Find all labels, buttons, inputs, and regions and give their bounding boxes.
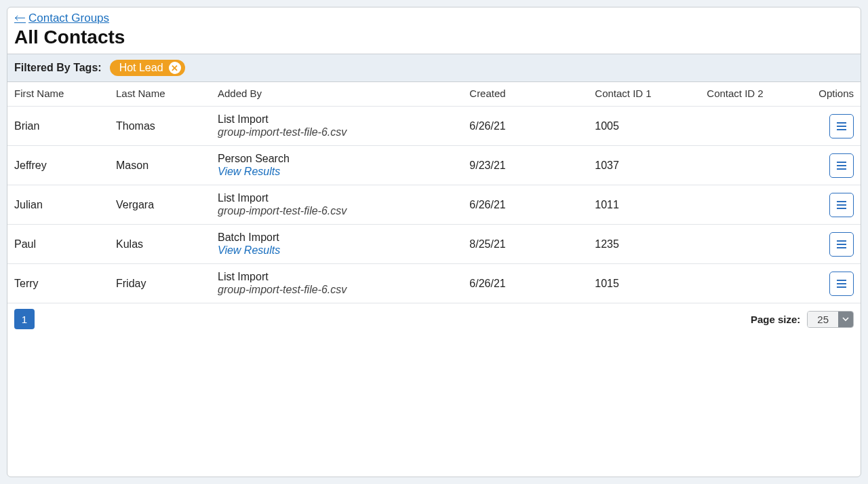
- menu-icon: [835, 278, 848, 290]
- options-cell: [812, 146, 861, 185]
- added-by-main: List Import: [218, 192, 456, 204]
- menu-icon: [835, 160, 848, 172]
- options-cell: [812, 264, 861, 303]
- col-added-by[interactable]: Added By: [211, 82, 462, 107]
- created: 6/26/21: [462, 264, 588, 303]
- first-name: Brian: [7, 107, 109, 146]
- added-by-cell: Person SearchView Results: [211, 146, 462, 185]
- table-row: JulianVergaraList Importgroup-import-tes…: [7, 185, 861, 225]
- filter-bar: Filtered By Tags: Hot Lead ✕: [7, 54, 861, 82]
- col-last-name[interactable]: Last Name: [109, 82, 211, 107]
- close-icon: ✕: [171, 64, 178, 73]
- col-contact-id2[interactable]: Contact ID 2: [700, 82, 812, 107]
- filter-tag-hot-lead: Hot Lead ✕: [110, 60, 185, 76]
- options-cell: [812, 225, 861, 264]
- arrow-left-icon: 🡐: [14, 12, 26, 25]
- row-options-button[interactable]: [829, 232, 854, 257]
- created: 8/25/21: [462, 225, 588, 264]
- added-by-main: Person Search: [218, 153, 456, 165]
- menu-icon: [835, 120, 848, 132]
- created: 6/26/21: [462, 107, 588, 146]
- chevron-down-icon: [838, 312, 853, 327]
- created: 6/26/21: [462, 185, 588, 225]
- added-by-cell: List Importgroup-import-test-file-6.csv: [211, 264, 462, 303]
- last-name: Vergara: [109, 185, 211, 225]
- first-name: Terry: [7, 264, 109, 303]
- pager: 1 Page size: 25: [7, 303, 861, 336]
- last-name: Thomas: [109, 107, 211, 146]
- col-options: Options: [812, 82, 861, 107]
- contact-id2: [700, 185, 812, 225]
- table-row: JeffreyMasonPerson SearchView Results9/2…: [7, 146, 861, 185]
- row-options-button[interactable]: [829, 272, 854, 296]
- added-by-subtext: group-import-test-file-6.csv: [218, 284, 456, 296]
- added-by-cell: List Importgroup-import-test-file-6.csv: [211, 107, 462, 146]
- view-results-link[interactable]: View Results: [218, 244, 456, 257]
- contact-id2: [700, 107, 812, 146]
- page-size-value: 25: [808, 312, 838, 327]
- options-cell: [812, 107, 861, 146]
- options-cell: [812, 185, 861, 225]
- page-size-select[interactable]: 25: [807, 311, 854, 328]
- row-options-button[interactable]: [829, 114, 854, 138]
- added-by-cell: List Importgroup-import-test-file-6.csv: [211, 185, 462, 225]
- contact-id1: 1037: [588, 146, 700, 185]
- page-size-label: Page size:: [751, 314, 800, 325]
- remove-tag-button[interactable]: ✕: [169, 62, 181, 74]
- table-header-row: First Name Last Name Added By Created Co…: [7, 82, 861, 107]
- first-name: Julian: [7, 185, 109, 225]
- added-by-cell: Batch ImportView Results: [211, 225, 462, 264]
- menu-icon: [835, 238, 848, 250]
- back-link-label: Contact Groups: [28, 12, 109, 25]
- last-name: Mason: [109, 146, 211, 185]
- contact-id1: 1235: [588, 225, 700, 264]
- first-name: Jeffrey: [7, 146, 109, 185]
- added-by-main: Batch Import: [218, 231, 456, 244]
- table-row: TerryFridayList Importgroup-import-test-…: [7, 264, 861, 303]
- page-title: All Contacts: [14, 26, 854, 48]
- col-first-name[interactable]: First Name: [7, 82, 109, 107]
- col-contact-id1[interactable]: Contact ID 1: [588, 82, 700, 107]
- added-by-main: List Import: [218, 271, 456, 283]
- contact-id1: 1011: [588, 185, 700, 225]
- last-name: Kulas: [109, 225, 211, 264]
- added-by-main: List Import: [218, 113, 456, 126]
- col-created[interactable]: Created: [462, 82, 588, 107]
- contact-id2: [700, 146, 812, 185]
- first-name: Paul: [7, 225, 109, 264]
- contacts-panel: 🡐 Contact Groups All Contacts Filtered B…: [7, 7, 861, 477]
- row-options-button[interactable]: [829, 193, 854, 217]
- table-row: PaulKulasBatch ImportView Results8/25/21…: [7, 225, 861, 264]
- created: 9/23/21: [462, 146, 588, 185]
- menu-icon: [835, 199, 848, 211]
- filter-label: Filtered By Tags:: [14, 62, 102, 74]
- table-row: BrianThomasList Importgroup-import-test-…: [7, 107, 861, 146]
- filter-tag-label: Hot Lead: [119, 62, 163, 74]
- page-1-button[interactable]: 1: [14, 309, 35, 329]
- added-by-subtext: group-import-test-file-6.csv: [218, 126, 456, 138]
- panel-header: 🡐 Contact Groups All Contacts: [7, 7, 861, 54]
- view-results-link[interactable]: View Results: [218, 166, 456, 178]
- contact-id1: 1015: [588, 264, 700, 303]
- added-by-subtext: group-import-test-file-6.csv: [218, 205, 456, 217]
- contacts-table: First Name Last Name Added By Created Co…: [7, 82, 861, 303]
- contact-id1: 1005: [588, 107, 700, 146]
- last-name: Friday: [109, 264, 211, 303]
- back-to-groups-link[interactable]: 🡐 Contact Groups: [14, 12, 109, 25]
- row-options-button[interactable]: [829, 153, 854, 178]
- contact-id2: [700, 264, 812, 303]
- page-size-control: Page size: 25: [751, 311, 854, 328]
- contact-id2: [700, 225, 812, 264]
